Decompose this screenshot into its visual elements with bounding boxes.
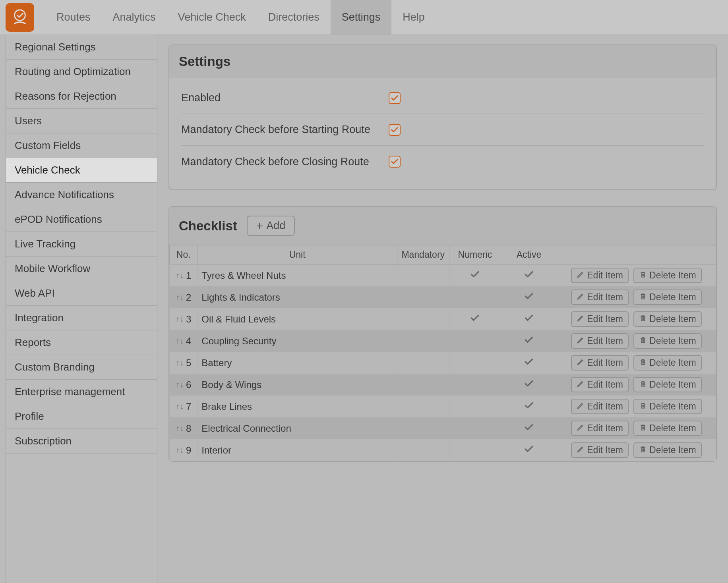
sidebar-item-subscription[interactable]: Subscription (6, 429, 157, 454)
active-cell (501, 439, 557, 461)
edit-item-button[interactable]: Edit Item (571, 268, 629, 283)
sort-handle-icon[interactable]: ↑↓ (176, 402, 184, 411)
mandatory-cell (397, 286, 449, 308)
sidebar-item-custom-fields[interactable]: Custom Fields (6, 133, 157, 158)
sidebar-item-integration[interactable]: Integration (6, 306, 157, 330)
sidebar-item-profile[interactable]: Profile (6, 404, 157, 429)
unit-cell: Interior (197, 439, 397, 461)
delete-item-button[interactable]: Delete Item (633, 442, 702, 458)
edit-item-button[interactable]: Edit Item (571, 442, 629, 458)
setting-checkbox[interactable] (389, 92, 401, 104)
sidebar-item-epod-notifications[interactable]: ePOD Notifications (6, 207, 157, 232)
trash-icon (639, 270, 647, 281)
active-cell (501, 330, 557, 352)
mandatory-cell (397, 264, 449, 287)
sort-handle-icon[interactable]: ↑↓ (176, 336, 184, 346)
svg-point-0 (15, 10, 25, 20)
sidebar-item-live-tracking[interactable]: Live Tracking (6, 232, 157, 257)
delete-label: Delete Item (649, 445, 696, 456)
trash-icon (639, 357, 647, 368)
sort-handle-icon[interactable]: ↑↓ (176, 380, 184, 389)
setting-checkbox[interactable] (389, 156, 401, 168)
row-number: 6 (186, 379, 191, 390)
sidebar-item-vehicle-check[interactable]: Vehicle Check (6, 158, 157, 183)
row-number: 9 (186, 445, 191, 456)
nav-item-vehicle-check[interactable]: Vehicle Check (167, 0, 257, 35)
plus-icon: + (256, 220, 263, 232)
sort-handle-icon[interactable]: ↑↓ (176, 446, 184, 455)
sort-handle-icon[interactable]: ↑↓ (176, 315, 184, 324)
delete-item-button[interactable]: Delete Item (633, 399, 702, 414)
sort-handle-icon[interactable]: ↑↓ (176, 271, 184, 280)
active-cell (501, 352, 557, 374)
numeric-cell (449, 374, 501, 396)
active-cell (501, 286, 557, 308)
edit-label: Edit Item (587, 379, 623, 390)
delete-item-button[interactable]: Delete Item (633, 421, 702, 436)
row-number: 8 (186, 423, 191, 434)
setting-checkbox[interactable] (389, 124, 401, 136)
edit-item-button[interactable]: Edit Item (571, 399, 629, 414)
active-cell (501, 396, 557, 417)
delete-item-button[interactable]: Delete Item (633, 290, 702, 305)
nav-item-settings[interactable]: Settings (331, 0, 392, 35)
sidebar-item-enterprise-management[interactable]: Enterprise management (6, 380, 157, 404)
delete-label: Delete Item (649, 270, 696, 281)
logo-icon (11, 8, 29, 27)
table-row: ↑↓7Brake LinesEdit ItemDelete Item (170, 396, 716, 417)
unit-cell: Tyres & Wheel Nuts (197, 264, 397, 287)
sort-handle-icon[interactable]: ↑↓ (176, 293, 184, 302)
sidebar-item-users[interactable]: Users (6, 109, 157, 133)
row-number: 3 (186, 314, 191, 325)
sidebar-item-reasons-for-rejection[interactable]: Reasons for Rejection (6, 84, 157, 109)
sidebar-item-web-api[interactable]: Web API (6, 281, 157, 306)
trash-icon (639, 379, 647, 390)
table-row: ↑↓8Electrical ConnectionEdit ItemDelete … (170, 417, 716, 439)
delete-item-button[interactable]: Delete Item (633, 268, 702, 283)
delete-label: Delete Item (649, 423, 696, 434)
delete-item-button[interactable]: Delete Item (633, 377, 702, 392)
delete-label: Delete Item (649, 357, 696, 368)
sidebar-item-routing-and-optimization[interactable]: Routing and Optimization (6, 60, 157, 84)
delete-item-button[interactable]: Delete Item (633, 333, 702, 349)
delete-item-button[interactable]: Delete Item (633, 311, 702, 327)
top-nav: RoutesAnalyticsVehicle CheckDirectoriesS… (0, 0, 728, 35)
column-header: No. (170, 245, 197, 264)
nav-item-help[interactable]: Help (391, 0, 436, 35)
edit-item-button[interactable]: Edit Item (571, 377, 629, 392)
sidebar-item-custom-branding[interactable]: Custom Branding (6, 355, 157, 380)
nav-item-routes[interactable]: Routes (45, 0, 102, 35)
sidebar-item-mobile-workflow[interactable]: Mobile Workflow (6, 257, 157, 281)
trash-icon (639, 423, 647, 434)
sort-handle-icon[interactable]: ↑↓ (176, 358, 184, 367)
unit-cell: Oil & Fluid Levels (197, 308, 397, 330)
sidebar-item-regional-settings[interactable]: Regional Settings (6, 35, 157, 60)
edit-item-button[interactable]: Edit Item (571, 355, 629, 371)
delete-item-button[interactable]: Delete Item (633, 355, 702, 371)
mandatory-cell (397, 417, 449, 439)
edit-item-button[interactable]: Edit Item (571, 333, 629, 349)
unit-cell: Battery (197, 352, 397, 374)
mandatory-cell (397, 396, 449, 417)
edit-item-button[interactable]: Edit Item (571, 421, 629, 436)
table-row: ↑↓5BatteryEdit ItemDelete Item (170, 352, 716, 374)
sidebar-item-reports[interactable]: Reports (6, 330, 157, 355)
setting-row: Enabled (181, 82, 704, 114)
edit-item-button[interactable]: Edit Item (571, 311, 629, 327)
numeric-cell (449, 330, 501, 352)
delete-label: Delete Item (649, 336, 696, 346)
add-button[interactable]: + Add (247, 216, 295, 236)
nav-item-analytics[interactable]: Analytics (102, 0, 167, 35)
unit-cell: Lights & Indicators (197, 286, 397, 308)
app-logo[interactable] (6, 3, 34, 32)
pencil-icon (577, 445, 585, 456)
mandatory-cell (397, 330, 449, 352)
settings-panel: Settings EnabledMandatory Check before S… (168, 44, 717, 190)
checklist-table: No.UnitMandatoryNumericActive ↑↓1Tyres &… (169, 245, 716, 461)
edit-item-button[interactable]: Edit Item (571, 290, 629, 305)
row-number: 2 (186, 292, 191, 303)
sort-handle-icon[interactable]: ↑↓ (176, 424, 184, 433)
nav-item-directories[interactable]: Directories (257, 0, 331, 35)
table-row: ↑↓2Lights & IndicatorsEdit ItemDelete It… (170, 286, 716, 308)
sidebar-item-advance-notifications[interactable]: Advance Notifications (6, 183, 157, 207)
